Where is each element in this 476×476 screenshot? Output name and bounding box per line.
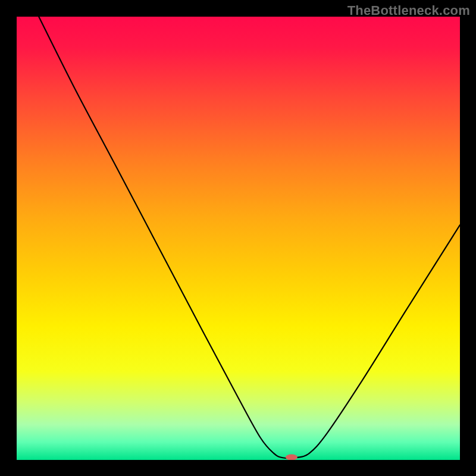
bottleneck-chart xyxy=(17,17,460,460)
chart-frame: TheBottleneck.com xyxy=(0,0,476,476)
gradient-background xyxy=(17,17,460,460)
watermark-label: TheBottleneck.com xyxy=(347,3,470,18)
plot-area xyxy=(17,17,460,460)
